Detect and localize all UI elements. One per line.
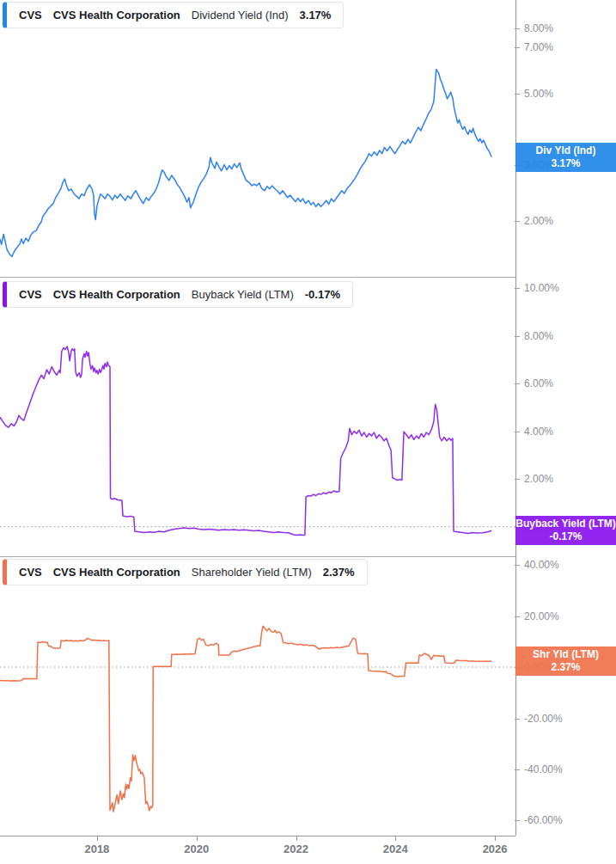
y-axis-tick-label: 7.00% [524,41,553,53]
chart-header-shareholder-yield[interactable]: CVS CVS Health Corporation Shareholder Y… [3,559,368,585]
x-axis-year-label: 2022 [284,843,308,855]
x-axis-year-label: 2026 [483,843,508,855]
y-axis-line [515,0,516,836]
ticker-symbol: CVS [19,288,42,301]
y-axis-tick-label: 10.00% [524,282,559,294]
badge-metric-label: Buyback Yield (LTM) [515,518,615,530]
badge-metric-label: Shr Yld (LTM) [533,648,599,661]
metric-name: Dividend Yield (Ind) [192,9,289,21]
shareholder-yield-last-value-badge: Shr Yld (LTM)2.37% [515,646,616,676]
ticker-symbol: CVS [19,566,42,579]
y-axis-tick-label: 2.00% [524,473,553,485]
shareholder-yield-plot-area[interactable] [0,556,515,836]
shareholder-yield-line[interactable] [0,626,491,812]
y-axis-tick-label: 2.00% [524,215,553,227]
x-axis-line [0,836,515,836]
chart-header-dividend-yield[interactable]: CVS CVS Health Corporation Dividend Yiel… [3,2,344,28]
buyback-yield-plot-area[interactable] [0,277,515,556]
y-axis-tick-label: 6.00% [524,377,553,389]
y-axis-tick-label: -40.00% [524,763,563,775]
dividend-yield-line[interactable] [0,70,491,257]
y-axis-tick-label: 20.00% [524,610,559,622]
metric-value: 3.17% [300,9,332,21]
metric-name: Shareholder Yield (LTM) [192,566,312,579]
dividend-yield-plot-area[interactable] [0,0,515,277]
metric-value: -0.17% [305,288,340,301]
x-axis-year-label: 2024 [383,843,408,855]
metric-name: Buyback Yield (LTM) [192,288,294,301]
y-axis-tick-label: 8.00% [524,22,553,34]
company-name: CVS Health Corporation [53,9,180,21]
ticker-symbol: CVS [19,9,42,21]
x-axis-year-label: 2020 [184,843,209,855]
x-axis-year-label: 2018 [84,843,109,855]
y-axis-tick-label: 8.00% [524,330,553,342]
badge-value-label: 2.37% [551,661,580,674]
buyback-yield-line[interactable] [0,346,491,536]
buyback-yield-last-value-badge: Buyback Yield (LTM)-0.17% [515,516,616,545]
y-axis-tick-label: 4.00% [524,426,553,438]
badge-metric-label: Div Yld (Ind) [536,144,596,157]
company-name: CVS Health Corporation [53,288,180,301]
company-name: CVS Health Corporation [53,566,180,579]
dividend-yield-last-value-badge: Div Yld (Ind)3.17% [515,143,616,172]
chart-header-buyback-yield[interactable]: CVS CVS Health Corporation Buyback Yield… [3,281,353,308]
panel-separator [0,277,515,278]
y-axis-tick-label: -20.00% [524,713,563,725]
y-axis-tick-label: -60.00% [524,814,563,826]
panel-separator [0,556,515,557]
y-axis-tick-label: 5.00% [524,88,553,100]
y-axis-tick-label: 40.00% [524,559,559,571]
metric-value: 2.37% [323,566,355,579]
badge-value-label: 3.17% [551,157,580,170]
badge-value-label: -0.17% [549,530,582,543]
chart-canvas: CVS CVS Health Corporation Dividend Yiel… [0,0,616,864]
